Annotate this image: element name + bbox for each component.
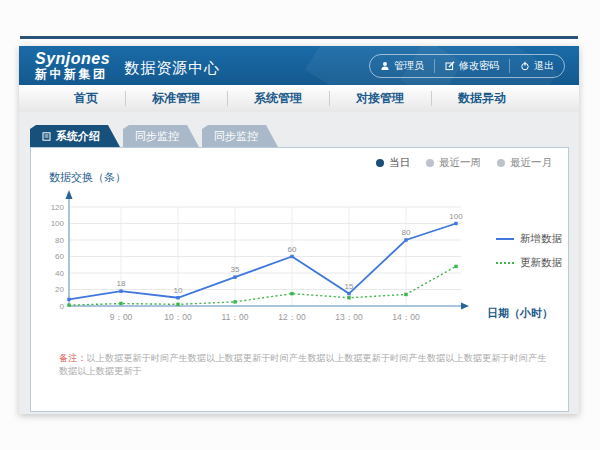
time-filter-option-1[interactable]: 当日 — [376, 156, 410, 170]
svg-text:40: 40 — [55, 269, 64, 278]
svg-text:18: 18 — [117, 279, 126, 288]
tab-bar: 系统介绍同步监控同步监控 — [19, 112, 579, 147]
nav-item-3[interactable]: 系统管理 — [227, 85, 329, 112]
radio-label: 最近一周 — [439, 156, 481, 170]
user-label: 管理员 — [394, 59, 424, 73]
desktop-background: Synjones 新中新集团 数据资源中心 管理员 修改 — [0, 0, 600, 450]
brand-logo: Synjones 新中新集团 — [35, 50, 110, 80]
app-window: Synjones 新中新集团 数据资源中心 管理员 修改 — [19, 46, 579, 414]
nav-item-5[interactable]: 数据异动 — [431, 85, 533, 112]
tab-1[interactable]: 系统介绍 — [30, 125, 120, 147]
edit-icon — [445, 61, 455, 71]
footnote-label: 备注： — [59, 353, 87, 363]
chart-svg: 0204060801001209：0010：0011：0012：0013：001… — [31, 184, 491, 324]
change-password-button[interactable]: 修改密码 — [434, 59, 509, 73]
radio-dot-icon — [497, 159, 505, 167]
svg-text:15: 15 — [345, 282, 354, 291]
svg-text:10: 10 — [174, 286, 183, 295]
chart-legend: 新增数据更新数据 — [496, 232, 562, 270]
page-title: 数据资源中心 — [124, 59, 220, 78]
svg-text:0: 0 — [60, 302, 65, 311]
svg-text:9：00: 9：00 — [110, 312, 133, 322]
svg-text:120: 120 — [51, 203, 65, 212]
user-button[interactable]: 管理员 — [370, 59, 434, 73]
logout-button[interactable]: 退出 — [509, 59, 564, 73]
svg-text:80: 80 — [55, 236, 64, 245]
x-axis-title: 日期（小时） — [487, 306, 553, 321]
logout-label: 退出 — [534, 59, 554, 73]
main-nav-list: 首页标准管理系统管理对接管理数据异动 — [19, 85, 579, 112]
main-nav: 首页标准管理系统管理对接管理数据异动 — [19, 85, 579, 113]
power-icon — [520, 61, 530, 71]
time-filter-option-2[interactable]: 最近一周 — [426, 156, 481, 170]
tab-3[interactable]: 同步监控 — [202, 125, 278, 147]
svg-text:14：00: 14：00 — [392, 312, 420, 322]
time-filter-option-3[interactable]: 最近一月 — [497, 156, 552, 170]
svg-text:80: 80 — [402, 228, 411, 237]
svg-text:60: 60 — [288, 245, 297, 254]
brand-logo-en: Synjones — [35, 50, 110, 67]
legend-item-2: 更新数据 — [496, 256, 562, 270]
svg-text:100: 100 — [449, 212, 463, 221]
radio-dot-icon — [426, 159, 434, 167]
svg-text:35: 35 — [231, 265, 240, 274]
user-icon — [380, 61, 390, 71]
radio-label: 当日 — [389, 156, 410, 170]
footnote-text: 以上数据更新于时间产生数据以上数据更新于时间产生数据以上数据更新于时间产生数据以… — [59, 353, 547, 376]
footnote: 备注：以上数据更新于时间产生数据以上数据更新于时间产生数据以上数据更新于时间产生… — [59, 352, 550, 377]
nav-item-2[interactable]: 标准管理 — [125, 85, 227, 112]
tab-label: 同步监控 — [135, 129, 179, 144]
svg-text:13：00: 13：00 — [335, 312, 363, 322]
svg-text:100: 100 — [51, 219, 65, 228]
time-range-filter: 当日最近一周最近一月 — [376, 156, 552, 170]
tab-label: 系统介绍 — [56, 129, 100, 144]
app-header: Synjones 新中新集团 数据资源中心 管理员 修改 — [19, 46, 579, 85]
legend-label: 新增数据 — [520, 232, 562, 246]
svg-text:11：00: 11：00 — [222, 312, 249, 322]
radio-dot-icon — [376, 159, 384, 167]
svg-text:60: 60 — [55, 252, 64, 261]
svg-text:12：00: 12：00 — [278, 312, 306, 322]
change-password-label: 修改密码 — [459, 59, 499, 73]
svg-text:20: 20 — [55, 285, 64, 294]
tab-label: 同步监控 — [214, 129, 258, 144]
brand-logo-cn: 新中新集团 — [35, 68, 110, 81]
legend-label: 更新数据 — [520, 256, 562, 270]
nav-item-1[interactable]: 首页 — [47, 85, 125, 112]
nav-item-4[interactable]: 对接管理 — [329, 85, 431, 112]
radio-label: 最近一月 — [510, 156, 552, 170]
content-area: 系统介绍同步监控同步监控 当日最近一周最近一月 数据交换（条） 02040608… — [19, 112, 579, 414]
legend-swatch-icon — [496, 236, 514, 242]
window-top-accent — [20, 36, 578, 39]
tab-2[interactable]: 同步监控 — [123, 125, 199, 147]
legend-item-1: 新增数据 — [496, 232, 562, 246]
svg-text:10：00: 10：00 — [164, 312, 192, 322]
content-panel: 当日最近一周最近一月 数据交换（条） 0204060801001209：0010… — [30, 147, 569, 412]
document-icon — [42, 132, 51, 141]
line-chart: 0204060801001209：0010：0011：0012：0013：001… — [31, 184, 491, 328]
legend-swatch-icon — [496, 260, 514, 266]
y-axis-title: 数据交换（条） — [49, 170, 126, 185]
user-toolbar: 管理员 修改密码 退出 — [369, 54, 565, 78]
